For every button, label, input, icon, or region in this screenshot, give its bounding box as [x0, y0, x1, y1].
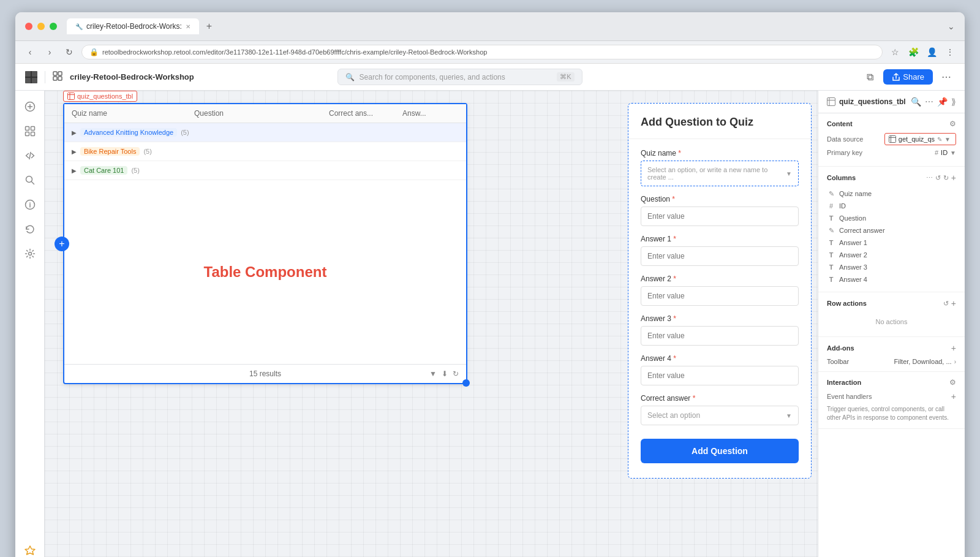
bookmark-icon[interactable]: ☆ — [888, 45, 902, 59]
app-header: criley-Retool-Bedrock-Workshop 🔍 Search … — [15, 64, 965, 91]
search-panel-icon[interactable]: 🔍 — [911, 97, 921, 107]
answer3-input[interactable] — [641, 326, 799, 346]
column-item-7[interactable]: T Answer 4 — [827, 273, 956, 286]
row-actions-refresh-icon[interactable]: ↺ — [943, 298, 949, 308]
svg-rect-2 — [25, 78, 31, 83]
forward-button[interactable]: › — [42, 45, 57, 59]
data-source-edit-icon[interactable]: ✎ — [937, 136, 942, 143]
sidebar-item-history[interactable] — [19, 218, 41, 240]
sidebar-item-code[interactable] — [19, 145, 41, 167]
primary-key-chevron[interactable]: ▼ — [950, 150, 956, 156]
pin-panel-icon[interactable]: 📌 — [937, 97, 948, 107]
row-count-2: (5) — [131, 167, 139, 174]
quiz-name-group: Quiz name * Select an option, or write a… — [641, 149, 799, 186]
correct-answer-select[interactable]: Select an option ▼ — [641, 406, 799, 425]
addons-title: Add-ons — [827, 344, 854, 352]
profile-icon[interactable]: 👤 — [924, 45, 939, 59]
column-item-1[interactable]: # ID — [827, 200, 956, 212]
quiz-name-placeholder: Select an option, or write a new name to… — [647, 166, 786, 181]
row-expand-icon[interactable]: ▶ — [72, 129, 77, 136]
row-actions-add-icon[interactable]: + — [951, 298, 956, 308]
quiz-name-chevron-icon: ▼ — [786, 170, 792, 177]
addons-add-icon[interactable]: + — [951, 343, 956, 353]
new-tab-button[interactable]: + — [206, 21, 212, 32]
hash-icon: # — [827, 202, 835, 210]
resize-handle[interactable] — [462, 379, 470, 387]
refresh-icon[interactable]: ↻ — [453, 369, 459, 378]
answer2-input[interactable] — [641, 286, 799, 306]
quiz-name-input[interactable]: Select an option, or write a new name to… — [641, 161, 799, 186]
columns-header: Columns ⋯ ↺ ↻ + — [827, 173, 956, 183]
columns-list: ✎ Quiz name # ID T Question ✎ Correct an… — [827, 188, 956, 286]
row-count-1: (5) — [143, 148, 151, 155]
table-header-row: Quiz name Question Correct ans... Answ..… — [64, 104, 466, 123]
interaction-title: Interaction — [827, 379, 861, 386]
add-component-handle[interactable]: + — [55, 237, 69, 251]
pages-icon[interactable] — [53, 71, 62, 83]
filter-icon[interactable]: ▼ — [429, 369, 437, 378]
table-component[interactable]: quiz_questions_tbl Quiz name Question Co… — [63, 103, 467, 384]
back-button[interactable]: ‹ — [23, 45, 37, 59]
question-input[interactable] — [641, 207, 799, 226]
sidebar-item-add[interactable] — [19, 96, 41, 118]
column-item-2[interactable]: T Question — [827, 212, 956, 224]
tab-close-icon[interactable]: ✕ — [186, 23, 190, 30]
window-collapse-icon[interactable]: ⌄ — [948, 21, 955, 31]
share-button[interactable]: Share — [883, 69, 933, 85]
toolbar-value-text: Filter, Download, ... — [894, 358, 952, 365]
columns-more-icon[interactable]: ⋯ — [926, 173, 933, 183]
refresh-button[interactable]: ↻ — [62, 45, 77, 59]
download-icon[interactable]: ⬇ — [442, 369, 448, 378]
address-bar[interactable]: 🔒 retoolbedrockworkshop.retool.com/edito… — [81, 45, 883, 59]
event-handlers-add-icon[interactable]: + — [951, 392, 956, 401]
close-button[interactable] — [25, 23, 32, 30]
answer1-input[interactable] — [641, 246, 799, 266]
answer4-input[interactable] — [641, 366, 799, 385]
header-search[interactable]: 🔍 Search for components, queries, and ac… — [337, 69, 582, 85]
table-row[interactable]: ▶ Advanced Knitting Knowledge (5) — [64, 123, 466, 142]
column-name-5: Answer 2 — [839, 251, 867, 259]
sidebar-item-info[interactable] — [19, 194, 41, 216]
text-icon: T — [827, 238, 835, 247]
add-question-button[interactable]: Add Question — [641, 439, 799, 463]
svg-rect-4 — [53, 72, 57, 75]
more-options-icon[interactable]: ⋯ — [938, 69, 955, 86]
row-expand-icon[interactable]: ▶ — [72, 148, 77, 155]
table-row[interactable]: ▶ Bike Repair Tools (5) — [64, 142, 466, 161]
sidebar-item-search[interactable] — [19, 169, 41, 191]
sidebar-item-settings[interactable] — [19, 243, 41, 265]
pencil-icon: ✎ — [827, 226, 835, 235]
column-item-0[interactable]: ✎ Quiz name — [827, 188, 956, 200]
data-source-chevron-icon[interactable]: ▼ — [944, 136, 951, 143]
sidebar-bottom — [19, 539, 41, 557]
browser-tab[interactable]: 🔧 criley-Retool-Bedrock-Works: ✕ — [67, 18, 199, 34]
column-item-6[interactable]: T Answer 3 — [827, 261, 956, 273]
content-settings-icon[interactable]: ⚙ — [949, 119, 956, 128]
row-actions-icons: ↺ + — [943, 298, 956, 308]
row-expand-icon[interactable]: ▶ — [72, 167, 77, 174]
column-item-3[interactable]: ✎ Correct answer — [827, 224, 956, 237]
multiwindow-icon[interactable]: ⧉ — [861, 69, 878, 86]
component-label: quiz_questions_tbl — [63, 91, 137, 102]
data-source-value[interactable]: get_quiz_qs ✎ ▼ — [884, 133, 956, 145]
minimize-button[interactable] — [37, 23, 45, 30]
expand-panel-icon[interactable]: ⟫ — [951, 97, 956, 107]
column-item-5[interactable]: T Answer 2 — [827, 249, 956, 261]
menu-icon[interactable]: ⋮ — [943, 45, 957, 59]
toolbar-value[interactable]: Filter, Download, ... › — [894, 358, 957, 365]
maximize-button[interactable] — [50, 23, 57, 30]
extensions-icon[interactable]: 🧩 — [906, 45, 921, 59]
interaction-settings-icon[interactable]: ⚙ — [949, 378, 956, 387]
column-item-4[interactable]: T Answer 1 — [827, 237, 956, 249]
columns-add-icon[interactable]: + — [951, 173, 956, 183]
sidebar-item-star[interactable] — [19, 539, 41, 557]
answer3-group: Answer 3 * — [641, 314, 799, 346]
table-row[interactable]: ▶ Cat Care 101 (5) — [64, 161, 466, 180]
columns-undo-icon[interactable]: ↺ — [935, 173, 941, 183]
col-header-correct: Correct ans... — [329, 109, 402, 118]
columns-refresh-icon[interactable]: ↻ — [943, 173, 949, 183]
sidebar-item-components[interactable] — [19, 120, 41, 142]
data-source-name: get_quiz_qs — [899, 135, 935, 143]
more-panel-icon[interactable]: ⋯ — [925, 97, 933, 107]
pencil-icon: ✎ — [827, 189, 835, 198]
